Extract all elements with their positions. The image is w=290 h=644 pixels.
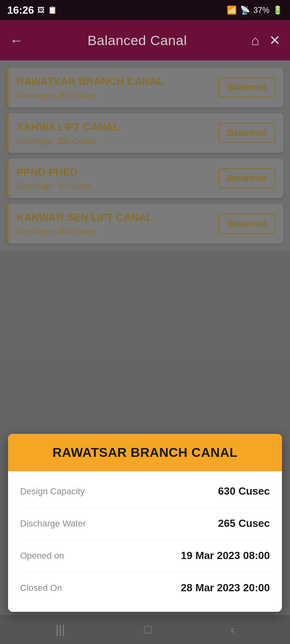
detail-row-1: Discharge Water 265 Cusec [20, 508, 270, 540]
detail-label-0: Design Capacity [20, 486, 85, 497]
detail-label-1: Discharge Water [20, 518, 86, 529]
balanced-button-3[interactable]: Balanced [218, 214, 276, 234]
canal-list: RAWATSAR BRANCH CANAL Discharge: 265 Cus… [0, 60, 290, 251]
battery-level: 37% [253, 6, 269, 15]
battery-icon: 🔋 [273, 5, 283, 15]
home-button[interactable]: ⌂ [251, 33, 259, 48]
status-time: 16:26 [7, 4, 34, 17]
detail-label-2: Opened on [20, 551, 64, 561]
detail-row-3: Closed On 28 Mar 2023 20:00 [20, 572, 270, 604]
canal-card-info-3: KANWAR SEN LIFT CANAL Discharge: 450 Cus… [17, 211, 218, 236]
detail-row-0: Design Capacity 630 Cusec [20, 475, 270, 508]
canal-discharge-0: Discharge: 265 Cusec [17, 91, 218, 100]
canal-name-2: PPND PHED [17, 166, 218, 180]
page-title: Balanced Canal [87, 33, 187, 48]
wifi-icon: 📶 [227, 5, 237, 15]
canal-name-0: RAWATSAR BRANCH CANAL [17, 75, 218, 89]
detail-value-2: 19 Mar 2023 08:00 [181, 549, 270, 562]
status-bar-right: 📶 📡 37% 🔋 [227, 5, 283, 15]
canal-discharge-2: Discharge: 10 Cusec [17, 182, 218, 191]
canal-card-info-2: PPND PHED Discharge: 10 Cusec [17, 166, 218, 191]
app-header: ← Balanced Canal ⌂ ✕ [0, 20, 290, 60]
canal-discharge-1: Discharge: 250 Cusec [17, 136, 218, 146]
detail-overlay: RAWATSAR BRANCH CANAL Design Capacity 63… [0, 354, 290, 644]
balanced-button-2[interactable]: Balanced [218, 168, 276, 188]
canal-card-info-0: RAWATSAR BRANCH CANAL Discharge: 265 Cus… [17, 75, 218, 100]
canal-card-3[interactable]: KANWAR SEN LIFT CANAL Discharge: 450 Cus… [6, 204, 284, 244]
close-button[interactable]: ✕ [269, 32, 280, 48]
photo-icon: 🖼 [37, 6, 45, 14]
canal-card-0[interactable]: RAWATSAR BRANCH CANAL Discharge: 265 Cus… [6, 68, 284, 107]
detail-card-body: Design Capacity 630 Cusec Discharge Wate… [8, 471, 282, 612]
canal-name-3: KANWAR SEN LIFT CANAL [17, 211, 218, 225]
detail-value-3: 28 Mar 2023 20:00 [181, 582, 270, 594]
detail-card-header: RAWATSAR BRANCH CANAL [8, 434, 282, 471]
detail-card: RAWATSAR BRANCH CANAL Design Capacity 63… [8, 434, 282, 612]
balanced-button-1[interactable]: Balanced [218, 123, 276, 143]
canal-name-1: SAHWA LIFT CANAL [17, 120, 218, 134]
header-nav-right: ⌂ ✕ [251, 32, 280, 48]
status-bar-left: 16:26 🖼 📋 [7, 4, 57, 17]
canal-card-1[interactable]: SAHWA LIFT CANAL Discharge: 250 Cusec Ba… [6, 113, 284, 153]
detail-card-title: RAWATSAR BRANCH CANAL [20, 445, 270, 460]
balanced-button-0[interactable]: Balanced [218, 77, 276, 97]
status-bar: 16:26 🖼 📋 📶 📡 37% 🔋 [0, 0, 290, 20]
back-button[interactable]: ← [10, 33, 23, 48]
header-nav-left: ← [10, 33, 23, 48]
canal-card-info-1: SAHWA LIFT CANAL Discharge: 250 Cusec [17, 120, 218, 146]
detail-value-1: 265 Cusec [218, 517, 270, 530]
signal-icon: 📡 [240, 5, 250, 15]
canal-card-2[interactable]: PPND PHED Discharge: 10 Cusec Balanced [6, 159, 284, 198]
detail-row-2: Opened on 19 Mar 2023 08:00 [20, 540, 270, 572]
detail-label-3: Closed On [20, 583, 62, 593]
detail-value-0: 630 Cusec [218, 485, 270, 497]
canal-discharge-3: Discharge: 450 Cusec [17, 227, 218, 236]
file-icon: 📋 [48, 6, 57, 14]
